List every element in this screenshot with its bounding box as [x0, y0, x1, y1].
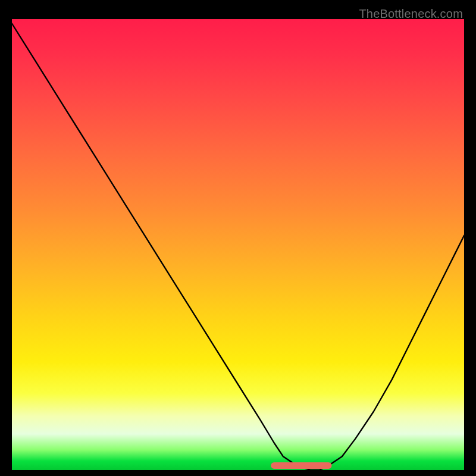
plot-area: [12, 19, 464, 470]
chart-line: [12, 24, 464, 470]
chart-frame: TheBottleneck.com: [6, 6, 470, 470]
chart-svg: [12, 19, 464, 470]
